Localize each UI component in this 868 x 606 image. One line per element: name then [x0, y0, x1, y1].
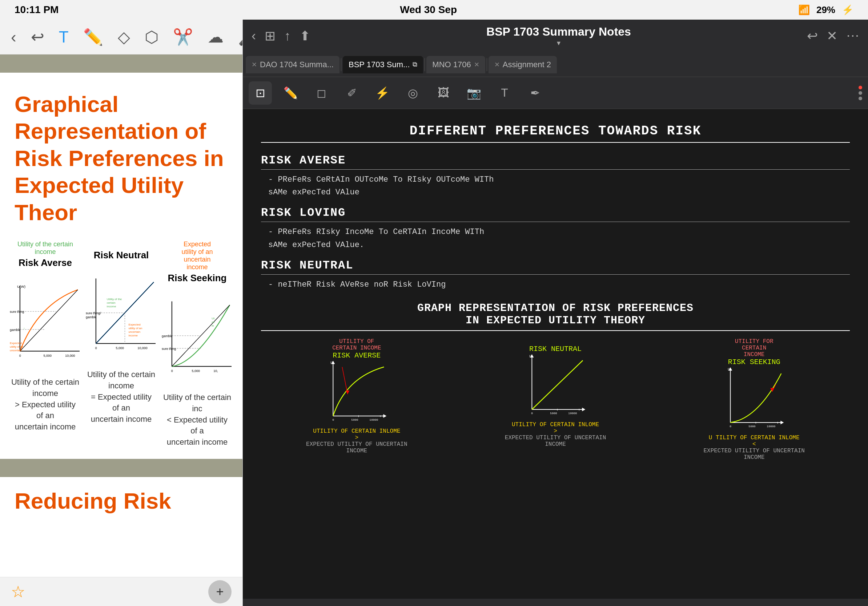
bluetooth-icon[interactable]: ⚡ — [371, 81, 394, 105]
note-graph-title: GRAph RePResenTATIon oF Risk PReFeRences… — [261, 302, 850, 331]
undo-icon-right[interactable]: ↩ — [807, 28, 818, 43]
undo-icon[interactable]: ↩ — [31, 28, 44, 46]
camera-icon[interactable]: 📷 — [462, 81, 486, 105]
svg-text:sure thing: sure thing — [162, 347, 176, 351]
scissors-icon[interactable]: ✂️ — [173, 28, 193, 46]
left-content: Graphical Representation of Risk Prefere… — [0, 54, 242, 577]
slide-graphs-area: Utility of the certainincome Risk Averse… — [0, 237, 242, 451]
left-panel: ‹ ↩ T ✏️ ◇ ⬡ ✂️ ☁ 🎤 ⋮ Graphical Represen… — [0, 20, 243, 606]
graph1-top-label: Utility of the certainincome — [17, 241, 73, 256]
tab-assignment-close[interactable]: ✕ — [494, 61, 500, 69]
link-icon[interactable]: ✒ — [524, 81, 547, 105]
svg-text:gamble: gamble — [86, 315, 96, 319]
tab-dao[interactable]: ✕ DAO 1704 Summa... — [246, 56, 339, 73]
zoom-button[interactable]: + — [208, 580, 231, 603]
svg-marker-50 — [383, 414, 386, 418]
svg-text:0: 0 — [19, 354, 21, 357]
svg-line-3 — [20, 289, 78, 351]
graph3-top-label: Expectedutility of anuncertainincome — [181, 241, 212, 271]
note-body-risk-loving: - PReFeRs RIsky IncoMe To CeRTAIn IncoMe… — [268, 226, 850, 251]
dot-gray-1 — [859, 91, 862, 95]
tab-bsp-page-icon: ⧉ — [412, 61, 417, 68]
wifi-icon: 📶 — [798, 5, 810, 15]
back-icon[interactable]: ‹ — [11, 28, 16, 46]
note-body-risk-neutral: - neITheR Risk AVeRse noR Risk LoVIng — [268, 278, 850, 291]
topbar-left: ‹ ⊞ ↑ ⬆ — [251, 28, 310, 43]
slide-bottom-text: Reducing Risk — [14, 488, 228, 514]
grid-view-icon[interactable]: ⊞ — [265, 28, 276, 43]
svg-text:5,000: 5,000 — [192, 369, 200, 373]
note-graph-section: GRAph RePResenTATIon oF Risk PReFeRences… — [261, 302, 850, 461]
text-tool-icon[interactable]: T — [59, 28, 69, 46]
tab-mno[interactable]: MNO 1706 ✕ — [426, 56, 485, 73]
star-icon[interactable]: ☆ — [11, 582, 25, 601]
note-graph1-caption2: EXPECTED UTILITY OF UNCERTAININCOME — [306, 441, 407, 454]
eraser-tool-icon[interactable]: ◇ — [118, 28, 130, 46]
tab-assignment[interactable]: ✕ Assignment 2 — [488, 56, 557, 73]
mic-icon[interactable]: 🎤 — [238, 28, 243, 46]
svg-text:certain: certain — [107, 301, 116, 305]
shape-tool-icon[interactable]: ⬡ — [145, 28, 158, 46]
notes-content: DIFFerent PReFeRences ToWards Risk Risk … — [243, 109, 868, 599]
svg-text:10000: 10000 — [369, 418, 378, 421]
dots-toggle[interactable] — [859, 86, 862, 100]
svg-text:10000: 10000 — [767, 425, 776, 428]
share-icon[interactable]: ⬆ — [299, 28, 310, 43]
highlighter-icon[interactable]: ✐ — [340, 81, 363, 105]
svg-text:10,000: 10,000 — [65, 354, 75, 357]
battery-display: 29% — [816, 5, 835, 15]
svg-text:0: 0 — [332, 418, 334, 421]
graph2-svg: sure thing/ gamble 0 5,000 10,000 Expect… — [85, 264, 157, 365]
zoom-plus-icon: + — [216, 584, 223, 600]
note-graph1-caption1: UTILITY OF CERTAIN InloMe> — [313, 428, 400, 441]
graph1-title: Risk Averse — [19, 257, 72, 269]
eraser-icon[interactable]: ◻ — [310, 81, 333, 105]
note-main-title: DIFFerent PReFeRences ToWards Risk — [261, 124, 850, 143]
graph3-title: Risk Seeking — [168, 272, 227, 284]
note-graph2-svg: U 0 5000 10000 — [460, 353, 651, 419]
svg-text:5000: 5000 — [351, 418, 358, 421]
tab-mno-close[interactable]: ✕ — [474, 61, 479, 69]
sidebar-toggle-icon[interactable]: ⊡ — [249, 81, 272, 105]
lasso-icon-right[interactable]: ◎ — [401, 81, 425, 105]
date-display: Wed 30 Sep — [400, 4, 457, 15]
more-icon-right[interactable]: ⋯ — [846, 28, 859, 43]
time-display: 10:11 PM — [14, 4, 59, 15]
graph-risk-seeking: Expectedutility of anuncertainincome Ris… — [159, 241, 235, 448]
svg-text:uncertain: uncertain — [128, 330, 140, 334]
tabs-bar: ✕ DAO 1704 Summa... BSP 1703 Sum... ⧉ MN… — [243, 52, 868, 77]
svg-text:10,000: 10,000 — [137, 346, 147, 349]
svg-marker-62 — [582, 408, 585, 411]
svg-text:utility of an: utility of an — [128, 327, 142, 330]
svg-marker-52 — [346, 391, 349, 394]
right-panel: ‹ ⊞ ↑ ⬆ BSP 1703 Summary Notes ▾ ↩ ✕ ⋯ ✕… — [243, 20, 868, 606]
tab-bsp-label: BSP 1703 Sum... — [349, 60, 410, 70]
text-icon[interactable]: T — [493, 81, 516, 105]
svg-text:5,000: 5,000 — [116, 346, 124, 349]
tab-dao-close[interactable]: ✕ — [251, 61, 257, 69]
svg-line-51 — [342, 367, 347, 394]
note-graph-risk-averse: UTILITY OFCERTAIN INCOME Risk AVeRse U — [261, 338, 453, 461]
graph1-svg: U(W) sure thing gamble — [9, 271, 81, 373]
note-graph2-caption1: UTILITY OF CERTAIN InloMe> — [512, 421, 599, 434]
main-layout: ‹ ↩ T ✏️ ◇ ⬡ ✂️ ☁ 🎤 ⋮ Graphical Represen… — [0, 20, 868, 606]
svg-text:0: 0 — [531, 412, 533, 415]
note-graph3-red-label: UTILITY FORCERTAININCOME — [735, 338, 773, 358]
svg-text:Expected: Expected — [10, 342, 22, 345]
note-heading-risk-loving: Risk LoVIng — [261, 206, 850, 222]
back-button[interactable]: ‹ — [251, 28, 256, 43]
import-icon[interactable]: ↑ — [284, 28, 291, 43]
lasso-icon[interactable]: ☁ — [208, 28, 223, 46]
right-bottom-bar — [243, 599, 868, 606]
notes-title: BSP 1703 Summary Notes — [486, 25, 631, 39]
note-graph-risk-seeking: UTILITY FORCERTAININCOME Risk seekIng U — [658, 338, 850, 461]
close-icon-right[interactable]: ✕ — [826, 28, 837, 43]
svg-text:uncertain: uncertain — [10, 349, 22, 352]
image-icon[interactable]: 🖼 — [432, 81, 455, 105]
dot-red — [859, 86, 862, 90]
pen-icon[interactable]: ✏️ — [279, 81, 302, 105]
graphs-row: Utility of the certainincome Risk Averse… — [7, 237, 235, 451]
tab-bsp[interactable]: BSP 1703 Sum... ⧉ — [343, 56, 423, 73]
note-graph3-subtitle: Risk seekIng — [728, 358, 780, 366]
pen-tool-icon[interactable]: ✏️ — [83, 28, 103, 46]
